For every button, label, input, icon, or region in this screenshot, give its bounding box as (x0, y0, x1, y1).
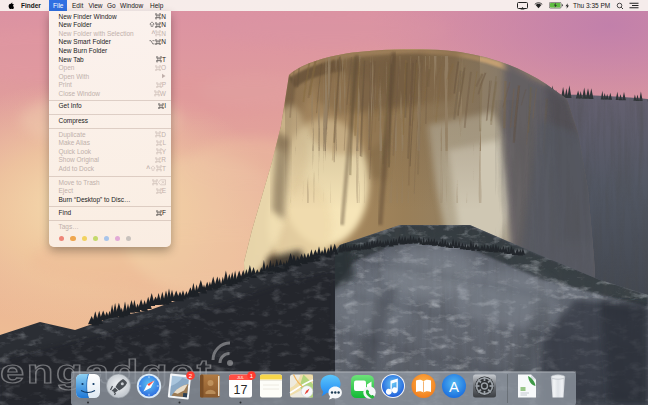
svg-text:JUL: JUL (237, 375, 245, 380)
svg-text:17: 17 (234, 383, 248, 397)
svg-text:A: A (449, 378, 459, 395)
